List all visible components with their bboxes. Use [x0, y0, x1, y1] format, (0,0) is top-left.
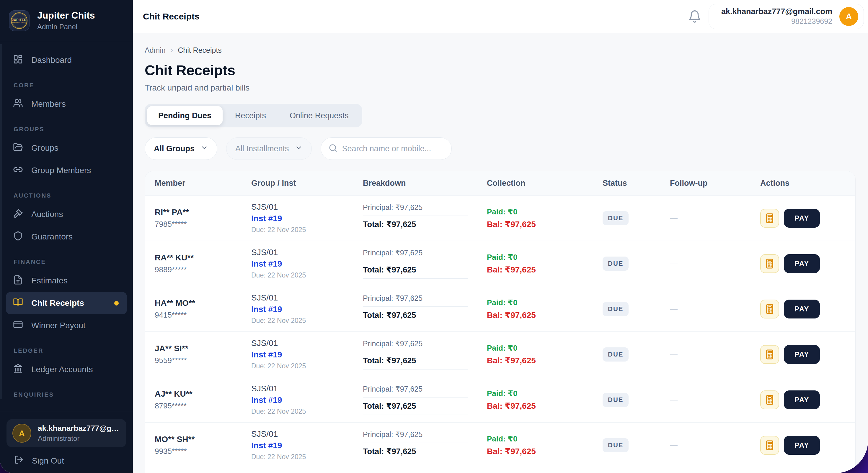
brand-logo-word: JUPITER — [12, 18, 27, 22]
search-icon — [329, 144, 337, 154]
sidebar-item-chit-receipts[interactable]: Chit Receipts — [6, 292, 127, 314]
sidebar-item-groups[interactable]: Groups — [6, 137, 127, 159]
sidebar-item-label: Ledger Accounts — [31, 365, 93, 374]
group-inst-cell: SJS/01 Inst #19 Due: 22 Nov 2025 — [251, 293, 363, 325]
member-phone: 9559***** — [155, 356, 251, 365]
sidebar-item-group-members[interactable]: Group Members — [6, 159, 127, 182]
sidebar-item-dashboard[interactable]: Dashboard — [6, 49, 127, 71]
principal-amount: Principal: ₹97,625 — [363, 294, 468, 307]
tab-online-requests[interactable]: Online Requests — [278, 106, 360, 125]
actions-cell: PAY — [760, 209, 855, 228]
member-phone: 9415***** — [155, 310, 251, 320]
paid-amount: Paid: ₹0 — [487, 343, 602, 353]
calculator-button[interactable] — [760, 436, 779, 455]
installment-filter-value: All Installments — [235, 144, 289, 153]
collection-cell: Paid: ₹0 Bal: ₹97,625 — [487, 298, 602, 320]
pay-button[interactable]: PAY — [784, 436, 820, 455]
member-name: JA** SI** — [155, 344, 251, 353]
principal-amount: Principal: ₹97,625 — [363, 339, 468, 352]
sidebar-item-label: Groups — [31, 143, 58, 153]
sidebar-item-winner-payout[interactable]: Winner Payout — [6, 314, 127, 337]
link-icon — [13, 165, 23, 177]
pay-button[interactable]: PAY — [784, 254, 820, 273]
status-badge: DUE — [602, 302, 628, 316]
actions-cell: PAY — [760, 300, 855, 318]
sidebar-item-guarantors[interactable]: Guarantors — [6, 226, 127, 248]
due-date: Due: 22 Nov 2025 — [251, 453, 363, 461]
tab-receipts[interactable]: Receipts — [224, 106, 277, 125]
calculator-icon — [764, 349, 775, 360]
table-row: AJ** KU** 8795***** SJS/01 Inst #19 Due:… — [145, 377, 855, 423]
app-shell: JUPITER FRATERNITY FUND Jupiter Chits Ad… — [0, 0, 868, 473]
calculator-button[interactable] — [760, 300, 779, 318]
calculator-button[interactable] — [760, 391, 779, 409]
balance-amount: Bal: ₹97,625 — [487, 446, 602, 456]
brand: JUPITER FRATERNITY FUND Jupiter Chits Ad… — [0, 0, 133, 41]
notifications-bell-icon[interactable] — [688, 10, 702, 23]
member-cell: RA** KU** 9889***** — [155, 253, 251, 274]
followup-value: — — [670, 395, 678, 404]
installment-link[interactable]: Inst #19 — [251, 441, 363, 450]
followup-value: — — [670, 441, 678, 449]
installment-link[interactable]: Inst #19 — [251, 259, 363, 269]
status-badge: DUE — [602, 211, 628, 225]
calculator-button[interactable] — [760, 209, 779, 228]
calculator-icon — [764, 395, 775, 405]
active-indicator-dot — [114, 301, 119, 305]
search-input[interactable] — [342, 144, 444, 153]
topbar-avatar[interactable]: A — [839, 7, 858, 26]
status-cell: DUE — [602, 257, 670, 271]
pay-button[interactable]: PAY — [784, 345, 820, 364]
followup-value: — — [670, 213, 678, 222]
column-header-status: Status — [602, 179, 670, 188]
member-name: RI** PA** — [155, 208, 251, 217]
pay-button[interactable]: PAY — [784, 209, 820, 228]
sidebar-item-label: Guarantors — [31, 232, 73, 241]
table-row: MO** SH** 9935***** SJS/01 Inst #19 Due:… — [145, 423, 855, 468]
tab-pending-dues[interactable]: Pending Dues — [147, 106, 223, 125]
pay-button[interactable]: PAY — [784, 391, 820, 409]
installment-link[interactable]: Inst #19 — [251, 214, 363, 223]
sidebar-item-label: Dashboard — [31, 56, 72, 65]
brand-logo-subword: FRATERNITY FUND — [12, 22, 27, 23]
paid-amount: Paid: ₹0 — [487, 253, 602, 262]
actions-cell: PAY — [760, 391, 855, 409]
sidebar-user-card[interactable]: A ak.khanarbaz777@g… Administrator — [6, 419, 126, 447]
member-cell: JA** SI** 9559***** — [155, 344, 251, 365]
principal-amount: Principal: ₹97,625 — [363, 203, 468, 216]
collection-cell: Paid: ₹0 Bal: ₹97,625 — [487, 389, 602, 411]
sidebar-item-estimates[interactable]: Estimates — [6, 270, 127, 292]
group-inst-cell: SJS/01 Inst #19 Due: 22 Nov 2025 — [251, 202, 363, 234]
table-body: RI** PA** 7985***** SJS/01 Inst #19 Due:… — [145, 196, 855, 468]
breakdown-cell: Principal: ₹97,625 Total: ₹97,625 — [363, 339, 487, 370]
column-header-group-inst: Group / Inst — [251, 179, 363, 188]
installment-link[interactable]: Inst #19 — [251, 305, 363, 314]
installment-link[interactable]: Inst #19 — [251, 396, 363, 405]
brand-logo-emblem: JUPITER FRATERNITY FUND — [11, 12, 27, 29]
topbar-user-email: ak.khanarbaz777@gmail.com — [721, 7, 832, 16]
calculator-button[interactable] — [760, 254, 779, 273]
sidebar-item-label: Estimates — [31, 276, 68, 285]
followup-value: — — [670, 304, 678, 313]
breadcrumb-admin[interactable]: Admin — [145, 46, 166, 55]
group-code: SJS/01 — [251, 248, 363, 257]
page-content: Admin › Chit Receipts Chit Receipts Trac… — [133, 33, 868, 473]
group-filter-select[interactable]: All Groups — [145, 137, 217, 160]
filter-bar: All Groups All Installments — [145, 137, 856, 160]
pay-button[interactable]: PAY — [784, 300, 820, 318]
sidebar-item-auctions[interactable]: Auctions — [6, 203, 127, 226]
installment-filter-select[interactable]: All Installments — [226, 137, 312, 160]
breakdown-cell: Principal: ₹97,625 Total: ₹97,625 — [363, 203, 487, 233]
installment-link[interactable]: Inst #19 — [251, 350, 363, 360]
page-title: Chit Receipts — [145, 62, 856, 78]
followup-value: — — [670, 350, 678, 359]
sidebar-item-ledger-accounts[interactable]: Ledger Accounts — [6, 358, 127, 381]
due-date: Due: 22 Nov 2025 — [251, 271, 363, 279]
follow-up-cell: — — [670, 350, 760, 359]
sidebar-item-members[interactable]: Members — [6, 93, 127, 115]
sign-out-button[interactable]: Sign Out — [6, 447, 126, 468]
group-code: SJS/01 — [251, 429, 363, 439]
breadcrumb: Admin › Chit Receipts — [145, 45, 856, 55]
group-inst-cell: SJS/01 Inst #19 Due: 22 Nov 2025 — [251, 248, 363, 279]
calculator-button[interactable] — [760, 345, 779, 364]
